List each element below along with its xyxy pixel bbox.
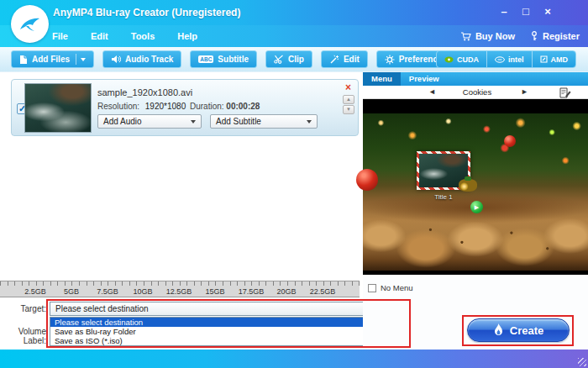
- status-bar: [0, 350, 588, 368]
- menu-template-scene: Title 1 ▶: [363, 113, 588, 271]
- menu-title-label: Title 1: [412, 193, 475, 201]
- volume-label: Volume Label:: [0, 327, 46, 345]
- menu-help[interactable]: Help: [177, 31, 197, 41]
- subtitle-abc-icon: ABC: [198, 55, 213, 63]
- minimize-button[interactable]: –: [497, 5, 511, 18]
- app-window: AnyMP4 Blu-ray Creator (Unregistered) – …: [0, 0, 588, 368]
- target-select[interactable]: Please select destination: [50, 302, 408, 316]
- duration-label: Duration:: [190, 102, 224, 111]
- magic-wand-icon: [329, 55, 339, 64]
- title-bar: AnyMP4 Blu-ray Creator (Unregistered) – …: [0, 0, 588, 25]
- menu-tools[interactable]: Tools: [131, 31, 155, 41]
- intel-icon: [495, 56, 505, 63]
- file-list: ✓ sample_1920x1080.avi Resolution: 1920*…: [0, 72, 360, 281]
- file-name: sample_1920x1080.avi: [97, 87, 192, 97]
- scale-label: 22.5GB: [310, 287, 336, 296]
- resolution-label: Resolution:: [97, 102, 139, 111]
- preview-tab-bar: Menu Preview: [363, 72, 588, 86]
- maximize-button[interactable]: □: [519, 5, 533, 18]
- nvidia-cuda-icon: [444, 56, 454, 63]
- tab-preview[interactable]: Preview: [401, 72, 448, 86]
- bells-icon: [459, 179, 477, 192]
- scissors-icon: [274, 55, 284, 64]
- key-icon: [530, 31, 538, 41]
- scale-label: 7.5GB: [97, 287, 118, 296]
- scale-label: 12.5GB: [166, 287, 192, 296]
- toolbar: Add Files Audio Track ABC Subtitle: [0, 47, 588, 72]
- remove-item-button[interactable]: ×: [343, 82, 354, 93]
- add-files-dropdown-icon[interactable]: [81, 58, 86, 61]
- resolution-value: 1920*1080: [145, 102, 186, 111]
- target-label: Target:: [0, 304, 46, 313]
- window-title: AnyMP4 Blu-ray Creator (Unregistered): [53, 7, 240, 18]
- buy-now-button[interactable]: Buy Now: [460, 31, 515, 41]
- dropdown-arrow-icon: [307, 120, 312, 124]
- register-button[interactable]: Register: [530, 31, 580, 41]
- scale-label: 5GB: [64, 287, 79, 296]
- app-logo-icon: [11, 5, 49, 43]
- dropdown-arrow-icon: [191, 120, 196, 124]
- amd-icon: [540, 55, 548, 63]
- disc-size-scale: 2.5GB 5GB 7.5GB 10GB 12.5GB 15GB 17.5GB …: [0, 281, 360, 297]
- menu-edit[interactable]: Edit: [91, 31, 108, 41]
- cart-icon: [460, 32, 471, 41]
- dropdown-option[interactable]: Save as ISO (*.iso): [50, 336, 407, 345]
- move-down-button[interactable]: ▼: [343, 105, 354, 114]
- clip-button[interactable]: Clip: [265, 50, 312, 68]
- scale-label: 20GB: [276, 287, 296, 296]
- cuda-toggle[interactable]: CUDA: [437, 51, 486, 67]
- intel-toggle[interactable]: intel: [486, 51, 532, 67]
- scale-label: 15GB: [205, 287, 224, 296]
- scale-ticks: [0, 281, 360, 286]
- add-audio-select[interactable]: Add Audio: [97, 114, 202, 129]
- menu-bar: File Edit Tools Help Buy Now Register: [0, 25, 588, 47]
- dropdown-option[interactable]: Please select destination: [50, 318, 407, 327]
- menu-file[interactable]: File: [52, 31, 68, 41]
- no-menu-option[interactable]: No Menu: [368, 283, 413, 292]
- audio-track-button[interactable]: Audio Track: [102, 50, 181, 68]
- ornament-ball-icon: [504, 135, 516, 147]
- scale-label: 17.5GB: [239, 287, 265, 296]
- edit-button[interactable]: Edit: [321, 50, 368, 68]
- subtitle-button[interactable]: ABC Subtitle: [190, 50, 257, 68]
- duration-value: 00:00:28: [226, 102, 260, 111]
- target-dropdown-list: Please select destination Save as Blu-ra…: [50, 317, 408, 346]
- add-subtitle-select[interactable]: Add Subtitle: [210, 114, 318, 129]
- template-name: Cookies: [447, 87, 507, 97]
- scale-label: 10GB: [133, 287, 152, 296]
- play-button[interactable]: ▶: [470, 201, 483, 213]
- resize-grip[interactable]: [578, 358, 586, 366]
- hardware-acceleration-group: CUDA intel AMD: [436, 50, 576, 68]
- create-button[interactable]: Create: [467, 318, 570, 342]
- add-files-button[interactable]: Add Files: [11, 50, 94, 68]
- next-template-button[interactable]: ►: [521, 87, 528, 96]
- close-button[interactable]: ×: [541, 5, 554, 18]
- ornament-ball-icon: [356, 169, 378, 191]
- speaker-icon: [111, 55, 121, 64]
- video-thumbnail: [24, 83, 92, 133]
- scale-label: 2.5GB: [24, 287, 46, 296]
- move-up-button[interactable]: ▲: [343, 95, 354, 104]
- template-nav-bar: ◄ Cookies ►: [363, 86, 588, 99]
- prev-template-button[interactable]: ◄: [428, 87, 436, 96]
- menu-preview-viewport: Title 1 ▶: [363, 99, 588, 275]
- amd-toggle[interactable]: AMD: [532, 51, 576, 67]
- file-list-item[interactable]: ✓ sample_1920x1080.avi Resolution: 1920*…: [11, 79, 359, 136]
- tab-menu[interactable]: Menu: [363, 72, 401, 86]
- no-menu-checkbox[interactable]: [368, 284, 376, 292]
- flame-icon: [493, 323, 504, 337]
- gear-icon: [385, 55, 395, 65]
- dropdown-option[interactable]: Save as Blu-ray Folder: [50, 327, 407, 336]
- add-file-icon: [19, 55, 28, 65]
